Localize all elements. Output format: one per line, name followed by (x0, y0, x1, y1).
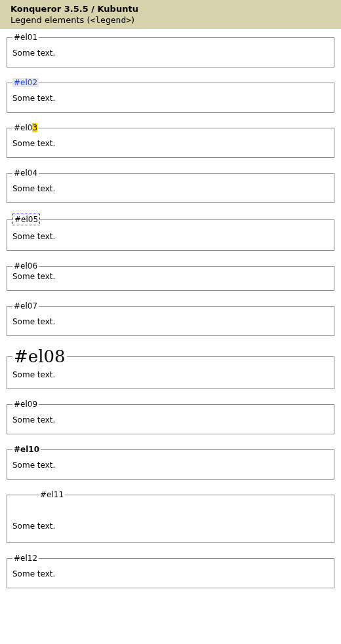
header-title: Konqueror 3.5.5 / Kubuntu (10, 4, 334, 14)
legend-el05: #el05 (12, 214, 40, 225)
fieldset-el02: #el02 Some text. (7, 78, 334, 113)
legend-el11: #el11 (39, 490, 65, 499)
body-text: Some text. (12, 139, 329, 148)
legend-el02: #el02 (12, 78, 39, 87)
legend-el01: #el01 (12, 33, 39, 42)
fieldset-el04: #el04 Some text. (7, 168, 334, 203)
legend-el06: #el06 (12, 261, 39, 271)
body-text: Some text. (12, 94, 329, 103)
fieldset-el08: #el08 Some text. (7, 347, 334, 389)
fieldset-el07: #el07 Some text. (7, 301, 334, 336)
fieldset-el09: #el09 Some text. (7, 400, 334, 434)
body-text: Some text. (12, 184, 329, 193)
fieldset-el01: #el01 Some text. (7, 33, 334, 67)
body-text: Some text. (12, 370, 329, 379)
body-text: Some text. (12, 569, 329, 578)
body-text: Some text. (12, 521, 329, 531)
content: #el01 Some text. #el02 Some text. #el03 … (0, 29, 341, 612)
body-text: Some text. (12, 48, 329, 58)
subtitle-code: <legend> (90, 15, 131, 25)
subtitle-suffix: ) (131, 15, 134, 25)
legend-el08: #el08 (12, 347, 67, 366)
subtitle-prefix: Legend elements ( (10, 15, 90, 25)
header-subtitle: Legend elements (<legend>) (10, 15, 334, 25)
fieldset-el10: #el10 Some text. (7, 445, 334, 480)
legend-el04: #el04 (12, 168, 39, 178)
body-text: Some text. (12, 272, 329, 281)
body-text: Some text. (12, 232, 329, 241)
legend-el07: #el07 (12, 301, 39, 311)
body-text: Some text. (12, 461, 329, 470)
fieldset-el05: #el05 Some text. (7, 214, 334, 251)
legend-el03: #el03 (12, 123, 39, 132)
fieldset-el11: #el11 Some text. (7, 490, 334, 543)
fieldset-el12: #el12 Some text. (7, 554, 334, 588)
legend-el10: #el10 (12, 445, 41, 454)
header: Konqueror 3.5.5 / Kubuntu Legend element… (0, 0, 341, 29)
body-text: Some text. (12, 317, 329, 326)
legend-el12: #el12 (12, 554, 39, 563)
legend-el09: #el09 (12, 400, 39, 409)
fieldset-el03: #el03 Some text. (7, 123, 334, 158)
fieldset-el06: #el06 Some text. (7, 261, 334, 291)
legend-el03-highlight: 3 (32, 123, 37, 132)
legend-el03-main: #el0 (14, 123, 32, 132)
body-text: Some text. (12, 415, 329, 425)
